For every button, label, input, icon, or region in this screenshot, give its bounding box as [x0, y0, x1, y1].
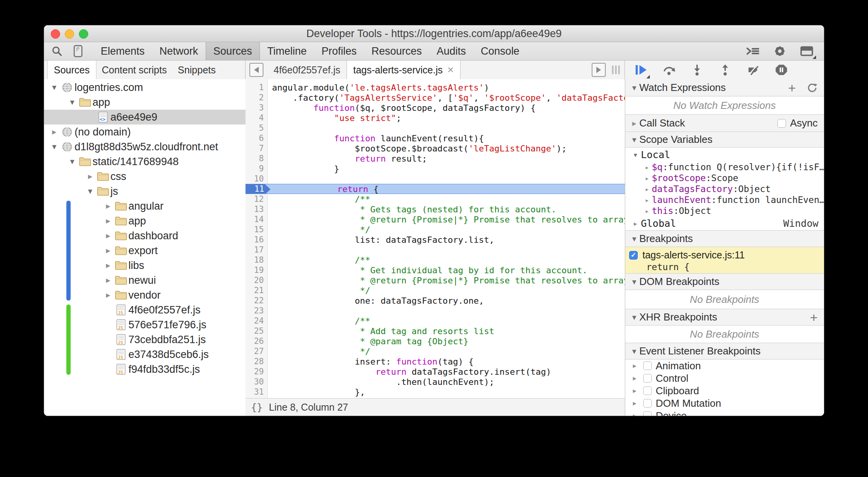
line-number[interactable]: 20 [245, 276, 267, 285]
line-number[interactable]: 16 [245, 235, 267, 244]
tree-item-export[interactable]: ▸export [44, 243, 245, 258]
close-icon[interactable]: × [447, 64, 454, 75]
resume-button[interactable] [634, 63, 647, 77]
step-over-button[interactable] [662, 63, 676, 77]
line-number[interactable]: 25 [245, 326, 267, 336]
code-line-28[interactable]: 28 insert: function(tag) { [245, 356, 625, 367]
triangle-right-icon[interactable]: ▸ [85, 171, 96, 182]
tree-item-newui[interactable]: ▸newui [44, 273, 245, 288]
code-line-12[interactable]: 12 /** [245, 194, 625, 204]
line-number[interactable]: 26 [245, 336, 267, 346]
triangle-right-icon[interactable]: ▸ [103, 246, 114, 256]
elb-checkbox[interactable] [643, 374, 652, 383]
line-number[interactable]: 31 [245, 387, 267, 397]
watch-expressions-header[interactable]: ▾ Watch Expressions + [625, 79, 824, 96]
line-number[interactable]: 15 [245, 225, 267, 234]
code-line-13[interactable]: 13 * Gets tags (nested) for this account… [245, 204, 625, 214]
tab-snippets-pane[interactable]: Snippets [172, 64, 221, 76]
triangle-down-icon[interactable]: ▾ [49, 82, 60, 93]
triangle-right-icon[interactable]: ▸ [630, 374, 639, 383]
tab-network[interactable]: Network [152, 42, 206, 60]
triangle-right-icon[interactable]: ▸ [642, 163, 652, 171]
line-number[interactable]: 18 [245, 255, 267, 265]
refresh-icon[interactable] [807, 82, 818, 93]
line-number[interactable]: 19 [245, 265, 267, 275]
line-number[interactable]: 28 [245, 357, 267, 366]
line-number[interactable]: 13 [245, 205, 267, 214]
elb-checkbox[interactable] [643, 411, 652, 416]
triangle-right-icon[interactable]: ▸ [103, 216, 114, 226]
code-line-24[interactable]: 24 /** [245, 316, 625, 326]
source-editor[interactable]: 1angular.module('le.tagsAlerts.tagsAlert… [245, 79, 625, 398]
triangle-right-icon[interactable]: ▸ [103, 201, 114, 211]
line-number[interactable]: 24 [245, 316, 267, 326]
pause-on-exceptions-button[interactable] [775, 63, 788, 77]
line-number[interactable]: 21 [245, 286, 267, 295]
tree-item-f94fdb33df5c-js[interactable]: JSf94fdb33df5c.js [44, 362, 245, 377]
tab-audits[interactable]: Audits [429, 42, 473, 60]
code-line-30[interactable]: 30 .then(launchEvent); [245, 377, 625, 387]
elb-category-clipboard[interactable]: ▸Clipboard [625, 384, 824, 397]
triangle-right-icon[interactable]: ▸ [642, 207, 652, 215]
line-number[interactable]: 8 [245, 154, 267, 163]
code-line-14[interactable]: 14 * @return {Promise|*} Promise that re… [245, 214, 625, 224]
code-line-7[interactable]: 7 $rootScope.$broadcast('leTagListChange… [245, 143, 625, 153]
code-line-20[interactable]: 20 * @return {Promise|*} Promise that re… [245, 275, 625, 285]
tab-console[interactable]: Console [473, 42, 527, 60]
triangle-down-icon[interactable]: ▾ [85, 186, 96, 196]
breakpoints-header[interactable]: ▾ Breakpoints [625, 231, 824, 247]
tree-item-angular[interactable]: ▸angular [44, 199, 245, 214]
triangle-right-icon[interactable]: ▸ [630, 361, 639, 370]
tree-item-4f6e0f2557ef-js[interactable]: JS4f6e0f2557ef.js [44, 303, 245, 317]
scope-variable-row[interactable]: ▸$rootScope: Scope [625, 173, 824, 183]
tree-item-libs[interactable]: ▸libs [44, 258, 245, 273]
triangle-down-icon[interactable]: ▾ [67, 97, 78, 107]
triangle-right-icon[interactable]: ▸ [642, 196, 652, 204]
code-line-18[interactable]: 18 /** [245, 255, 625, 265]
device-mode-icon[interactable] [73, 45, 83, 57]
scope-variable-row[interactable]: ▸launchEvent: function launchEven… [625, 194, 824, 205]
code-line-6[interactable]: 6 function launchEvent(result){ [245, 133, 625, 143]
tab-profiles[interactable]: Profiles [314, 42, 364, 60]
scope-global-row[interactable]: ▸ Global Window [625, 216, 824, 230]
triangle-right-icon[interactable]: ▸ [103, 275, 114, 285]
code-line-23[interactable]: 23 [245, 306, 625, 316]
code-line-27[interactable]: 27 */ [245, 346, 625, 356]
code-line-19[interactable]: 19 * Get individual tag by id for this a… [245, 265, 625, 275]
scope-variable-row[interactable]: ▸dataTagsFactory: Object [625, 183, 824, 194]
triangle-down-icon[interactable]: ▾ [49, 142, 60, 152]
add-watch-icon[interactable]: + [788, 84, 796, 92]
tab-timeline[interactable]: Timeline [260, 42, 314, 60]
line-number[interactable]: 7 [245, 144, 267, 153]
elb-category-control[interactable]: ▸Control [625, 372, 824, 384]
code-line-10[interactable]: 10 [245, 174, 625, 184]
triangle-right-icon[interactable]: ▸ [630, 399, 639, 408]
console-drawer-icon[interactable] [746, 45, 760, 57]
event-listener-breakpoints-header[interactable]: ▾ Event Listener Breakpoints [625, 343, 824, 360]
line-number[interactable]: 29 [245, 367, 267, 376]
tree-item-app[interactable]: ▸app [44, 214, 245, 228]
tree-item-static-1417689948[interactable]: ▾static/1417689948 [44, 154, 245, 169]
triangle-right-icon[interactable]: ▸ [630, 411, 639, 416]
pretty-print-button[interactable]: {} [251, 402, 263, 413]
step-out-button[interactable] [719, 63, 732, 77]
code-line-15[interactable]: 15 */ [245, 224, 625, 235]
async-checkbox[interactable] [777, 119, 786, 128]
search-icon[interactable] [51, 45, 63, 57]
triangle-right-icon[interactable]: ▸ [642, 185, 652, 193]
tree-item-d1l8gt88d35w5z-cloudfront-net[interactable]: ▾d1l8gt88d35w5z.cloudfront.net [44, 139, 245, 154]
elb-checkbox[interactable] [643, 399, 652, 408]
code-line-2[interactable]: 2 .factory('TagsAlertsService', ['$q', '… [245, 93, 625, 103]
line-number[interactable]: 27 [245, 347, 267, 356]
code-line-3[interactable]: 3 function($q, $rootScope, dataTagsFacto… [245, 103, 625, 113]
code-line-5[interactable]: 5 [245, 123, 625, 133]
triangle-right-icon[interactable]: ▸ [103, 231, 114, 241]
scope-variable-row[interactable]: ▸this: Object [625, 205, 824, 216]
dock-side-icon[interactable] [800, 45, 814, 57]
scope-variables-header[interactable]: ▾ Scope Variables [625, 132, 824, 148]
elb-category-dom-mutation[interactable]: ▸DOM Mutation [625, 397, 824, 409]
code-line-17[interactable]: 17 [245, 245, 625, 255]
code-line-26[interactable]: 26 * @param tag {Object} [245, 336, 625, 346]
code-line-1[interactable]: 1angular.module('le.tagsAlerts.tagsAlert… [245, 82, 625, 93]
navigator-toggle-button[interactable] [249, 63, 263, 77]
